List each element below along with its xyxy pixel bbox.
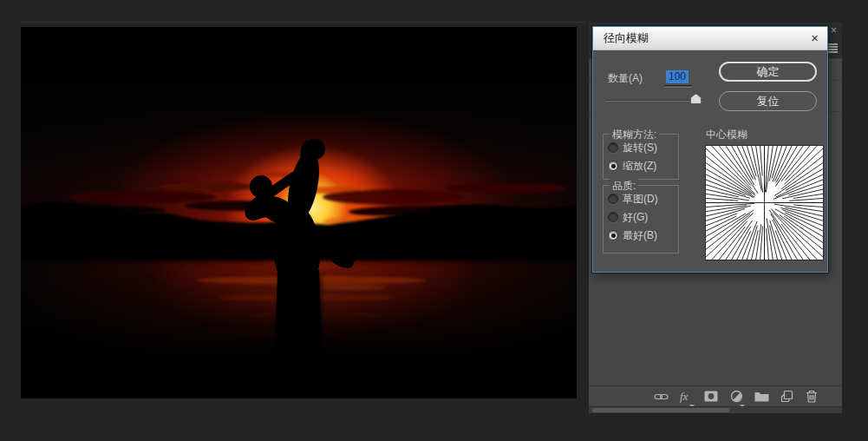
quality-group: 品质: 草图(D) 好(G) 最好(B) [603,185,679,253]
dialog-close-icon[interactable]: × [811,30,819,46]
blur-center-preview[interactable] [706,146,823,260]
reset-button[interactable]: 复位 [719,91,817,111]
group-folder-icon[interactable] [754,390,769,404]
blur-center-label: 中心模糊 [706,128,747,142]
blur-method-group: 模糊方法: 旋转(S) 缩放(Z) [603,134,679,180]
document-frame-line [21,22,586,23]
radio-draft-circle[interactable] [608,194,618,204]
blur-center-preview-lines [706,146,823,260]
ok-button[interactable]: 确定 [719,62,817,82]
slider-track[interactable] [605,100,703,102]
radio-draft[interactable]: 草图(D) [608,192,658,206]
panel-close-icon[interactable]: × [831,24,837,36]
radio-good-circle[interactable] [608,212,618,222]
amount-value-field[interactable]: 100 [666,70,689,83]
delete-layer-icon[interactable] [804,390,819,404]
adjustment-layer-icon[interactable] [728,390,744,404]
radio-spin-circle[interactable] [608,142,618,153]
link-icon[interactable] [653,390,669,404]
dialog-title: 径向模糊 [604,30,649,46]
photo-vignette [21,27,577,398]
radio-zoom-circle[interactable] [608,161,618,171]
layer-mask-icon[interactable] [703,390,719,404]
amount-slider[interactable] [605,92,703,106]
workspace-right-edge [842,0,868,441]
layers-panel-iconbar: fx [589,385,842,406]
slider-handle[interactable] [690,94,702,104]
photoshop-workspace: × fx [0,0,868,441]
panel-scrollbar[interactable] [589,406,842,413]
fx-glyph: fx [680,390,689,403]
dialog-body: 数量(A) 100 确定 复位 模糊方法: 旋转(S) 缩放(Z) [593,50,827,272]
dialog-titlebar[interactable]: 径向模糊 × [593,27,827,50]
radio-best[interactable]: 最好(B) [608,228,657,242]
fx-icon[interactable]: fx [678,390,694,404]
amount-field-underline [664,85,692,88]
document-canvas-image [21,27,577,398]
new-layer-icon[interactable] [779,390,794,404]
radio-spin[interactable]: 旋转(S) [608,141,657,155]
radio-zoom[interactable]: 缩放(Z) [608,159,656,173]
radio-best-circle[interactable] [608,230,618,240]
radio-good[interactable]: 好(G) [608,210,648,224]
radial-blur-dialog: 径向模糊 × 数量(A) 100 确定 复位 模糊方法: 旋转(S) [592,26,828,273]
amount-label: 数量(A) [608,71,643,86]
